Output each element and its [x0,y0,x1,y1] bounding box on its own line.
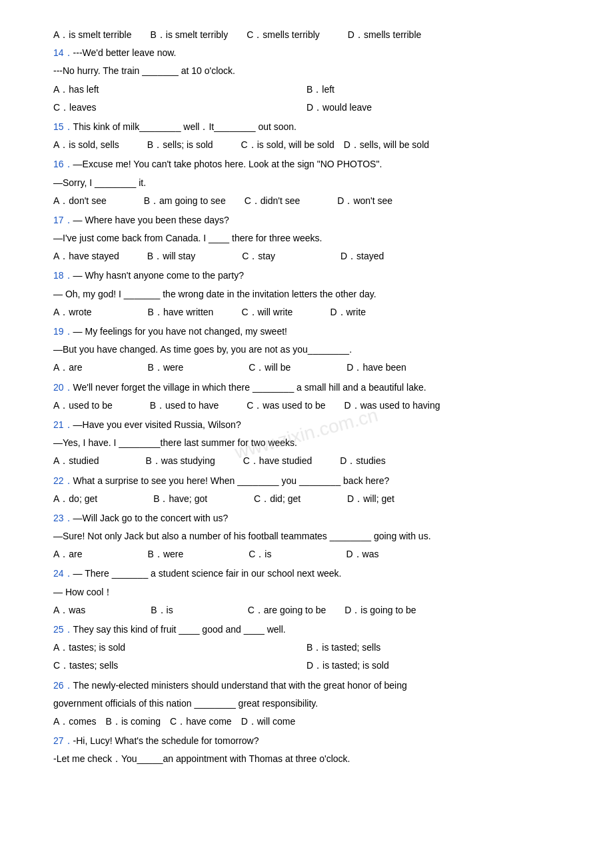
q23-options: A．are B．were C．is D．was [53,546,560,563]
q14-number: 14． [53,47,73,58]
question-15: 15．This kink of milk________ well．It____… [53,119,560,153]
q27-number: 27． [53,735,73,746]
q14-optD: D．would leave [306,99,560,116]
q24-options: A．was B．is C．are going to be D．is going … [53,602,560,619]
q25-optC: C．tastes; sells [53,657,306,674]
q18-line1: — Why hasn't anyone come to the party? [73,270,244,281]
q17-options: A．have stayed B．will stay C．stay D．staye… [53,248,560,265]
q19-line2: —But you have changed. As time goes by, … [53,341,560,358]
q15-number: 15． [53,121,73,132]
q25-number: 25． [53,624,73,635]
q18-options: A．wrote B．have written C．will write D．wr… [53,304,560,321]
q22-number: 22． [53,475,73,486]
q23-line1: —Will Jack go to the concert with us? [73,513,229,523]
q16-line1: —Excuse me! You can't take photos here. … [73,159,382,169]
q25-optD: D．is tasted; is sold [306,657,560,674]
q26-options: A．comes B．is coming C．have come D．will c… [53,713,560,730]
q21-number: 21． [53,419,73,430]
question-26: 26．The newly-elected ministers should un… [53,677,560,731]
q25-line1: They say this kind of fruit ____ good an… [73,624,286,635]
question-16: 16．—Excuse me! You can't take photos her… [53,156,560,209]
q26-number: 26． [53,680,73,691]
q15-line1: This kink of milk________ well．It_______… [73,121,297,132]
question-20: 20．We'll never forget the village in whi… [53,379,560,414]
q25-options2: C．tastes; sells D．is tasted; is sold [53,657,560,674]
q17-line1: — Where have you been these days? [73,215,229,225]
q14-line2: ---No hurry. The train _______ at 10 o'c… [53,63,560,79]
q17-number: 17． [53,215,73,225]
prev-options: A．is smelt terrible B．is smelt terribly … [53,27,560,43]
q14-line1: ---We'd better leave now. [73,47,177,58]
q19-line1: — My feelings for you have not changed, … [73,326,287,337]
question-27: 27．-Hi, Lucy! What's the schedule for to… [53,733,560,767]
q21-line1: —Have you ever visited Russia, Wilson? [73,419,241,430]
q22-line1: What a surprise to see you here! When __… [73,475,390,486]
q21-options: A．studied B．was studying C．have studied … [53,453,560,469]
question-22: 22．What a surprise to see you here! When… [53,473,560,507]
q14-options2: C．leaves D．would leave [53,99,560,116]
q23-number: 23． [53,513,73,523]
q17-line2: —I've just come back from Canada. I ____… [53,230,560,247]
question-23: 23．—Will Jack go to the concert with us?… [53,510,560,563]
q26-line1: The newly-elected ministers should under… [73,680,407,691]
q16-line2: —Sorry, I ________ it. [53,175,560,191]
q14-optB: B．left [306,81,560,98]
q22-options: A．do; get B．have; got C．did; get D．will;… [53,491,560,507]
question-21: 21．—Have you ever visited Russia, Wilson… [53,417,560,470]
q25-optB: B．is tasted; sells [306,639,560,656]
q18-number: 18． [53,270,73,281]
q27-line1: -Hi, Lucy! What's the schedule for tomor… [73,735,259,746]
q25-options1: A．tastes; is sold B．is tasted; sells [53,639,560,656]
q25-optA: A．tastes; is sold [53,639,306,656]
q14-options: A．has left B．left [53,81,560,98]
question-24: 24．— There _______ a student science fai… [53,565,560,619]
question-14: 14．---We'd better leave now. ---No hurry… [53,45,560,116]
q24-line2: — How cool！ [53,584,560,601]
q20-options: A．used to be B．used to have C．was used t… [53,397,560,414]
q20-line1: We'll never forget the village in which … [73,382,426,393]
question-18: 18．— Why hasn't anyone come to the party… [53,267,560,321]
q21-line2: ―Yes, I have. I ________there last summe… [53,435,560,451]
q16-options: A．don't see B．am going to see C．didn't s… [53,193,560,209]
q19-number: 19． [53,326,73,337]
question-17: 17．— Where have you been these days? —I'… [53,212,560,265]
q24-line1: — There _______ a student science fair i… [73,568,342,579]
q23-line2: —Sure! Not only Jack but also a number o… [53,528,560,545]
question-19: 19．— My feelings for you have not change… [53,323,560,377]
q19-options: A．are B．were C．will be D．have been [53,359,560,376]
question-25: 25．They say this kind of fruit ____ good… [53,621,560,675]
q27-line2: -Let me check．You_____an appointment wit… [53,751,560,767]
q14-optC: C．leaves [53,99,306,116]
q15-options: A．is sold, sells B．sells; is sold C．is s… [53,137,560,153]
q24-number: 24． [53,568,73,579]
q26-line2: government officials of this nation ____… [53,695,560,712]
q16-number: 16． [53,159,73,169]
q20-number: 20． [53,382,73,393]
q14-optA: A．has left [53,81,306,98]
q18-line2: — Oh, my god! I _______ the wrong date i… [53,286,560,303]
